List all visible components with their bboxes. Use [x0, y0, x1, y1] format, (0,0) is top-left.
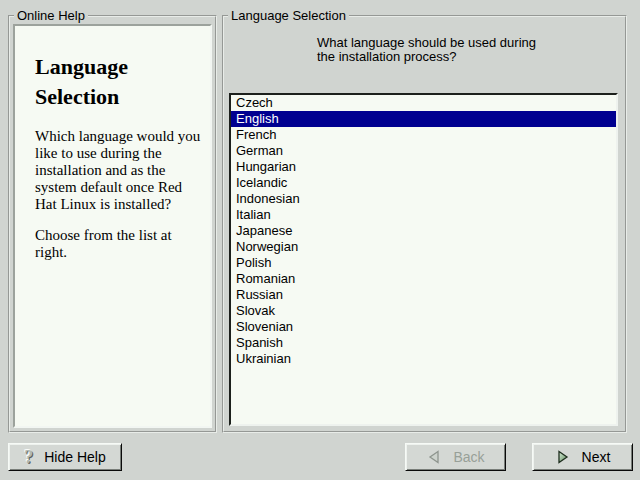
language-option[interactable]: French: [231, 127, 616, 143]
installer-window: Online Help Language Selection Which lan…: [0, 0, 640, 480]
language-list[interactable]: CzechEnglishFrenchGermanHungarianIceland…: [229, 93, 618, 426]
help-paragraph: Which language would you like to use dur…: [35, 128, 207, 213]
language-option[interactable]: Hungarian: [231, 159, 616, 175]
language-option[interactable]: Norwegian: [231, 239, 616, 255]
language-option[interactable]: Polish: [231, 255, 616, 271]
hide-help-button[interactable]: ? Hide Help: [8, 443, 122, 471]
language-option[interactable]: Japanese: [231, 223, 616, 239]
next-label: Next: [582, 449, 611, 465]
left-arrow-icon: [426, 449, 442, 465]
online-help-panel: Online Help Language Selection Which lan…: [8, 15, 217, 433]
language-option[interactable]: Spanish: [231, 335, 616, 351]
language-option[interactable]: German: [231, 143, 616, 159]
language-option[interactable]: Ukrainian: [231, 351, 616, 367]
help-paragraph: Choose from the list at right.: [35, 227, 207, 261]
language-option[interactable]: Czech: [231, 95, 616, 111]
language-option[interactable]: Russian: [231, 287, 616, 303]
question-text: What language should be used during the …: [317, 36, 536, 64]
language-option[interactable]: Italian: [231, 207, 616, 223]
language-option[interactable]: Romanian: [231, 271, 616, 287]
help-title-line-1: Language: [35, 52, 210, 82]
language-selection-panel: Language Selection What language should …: [222, 15, 627, 433]
question-mark-icon: ?: [24, 448, 33, 466]
language-option[interactable]: Indonesian: [231, 191, 616, 207]
right-arrow-icon: [555, 449, 571, 465]
help-title: Language Selection: [35, 52, 210, 112]
language-option[interactable]: Slovak: [231, 303, 616, 319]
language-option[interactable]: Slovenian: [231, 319, 616, 335]
question-line-2: the installation process?: [317, 50, 536, 64]
language-option[interactable]: Icelandic: [231, 175, 616, 191]
online-help-frame-label: Online Help: [14, 8, 88, 23]
help-content: Language Selection Which language would …: [13, 24, 212, 428]
language-option[interactable]: English: [231, 111, 616, 127]
help-title-line-2: Selection: [35, 82, 210, 112]
language-selection-frame-label: Language Selection: [228, 8, 349, 23]
next-button[interactable]: Next: [532, 443, 633, 471]
hide-help-label: Hide Help: [44, 449, 105, 465]
back-label: Back: [453, 449, 484, 465]
question-line-1: What language should be used during: [317, 36, 536, 50]
back-button[interactable]: Back: [405, 443, 506, 471]
